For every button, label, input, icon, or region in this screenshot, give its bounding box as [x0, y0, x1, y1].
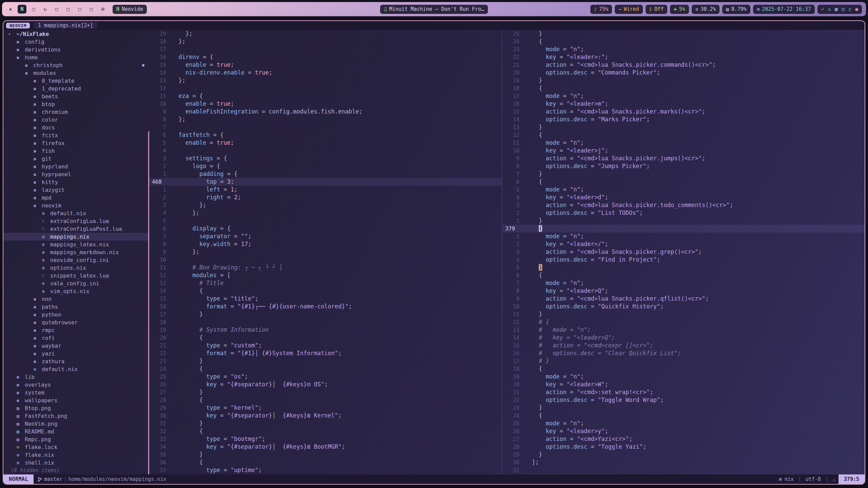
code-line[interactable]: 35 }: [149, 451, 502, 459]
bluetooth-module[interactable]: ᛒOff: [646, 5, 668, 14]
code-line[interactable]: 22 options.desc = "Toggle Word Wrap";: [502, 396, 865, 404]
code-line[interactable]: 4 };: [149, 209, 502, 217]
code-line[interactable]: 1 left = 1;: [149, 186, 502, 194]
memory-module[interactable]: ▤8.79%: [722, 5, 750, 14]
tree-item-snippets-latex-lua[interactable]: ☾snippets_latex.lua: [3, 272, 149, 280]
code-line[interactable]: 9 action = "<cmd>lua Snacks.picker.qflis…: [502, 295, 865, 303]
power-saver-module[interactable]: ☘5%: [670, 5, 689, 14]
tree-item-fastfetch-png[interactable]: ▨FastFetch.png: [3, 412, 149, 420]
code-line[interactable]: 18 {: [502, 365, 865, 373]
code-line[interactable]: 11 eza = {: [149, 92, 502, 100]
code-line[interactable]: 36 {: [149, 459, 502, 466]
tree-item-fish[interactable]: ◼fish: [3, 147, 149, 155]
code-line[interactable]: 7 separator = "";: [149, 232, 502, 240]
code-line[interactable]: 7 }: [502, 170, 865, 178]
code-line[interactable]: 18: [149, 318, 502, 326]
tree-item-config[interactable]: ◼config: [3, 38, 149, 46]
code-line[interactable]: 13 # Title: [149, 279, 502, 287]
code-line[interactable]: 21 type = "custom";: [149, 342, 502, 349]
code-line[interactable]: 33 type = "bootmgr";: [149, 435, 502, 443]
tree-item-neovim[interactable]: ◼neovim: [3, 202, 149, 209]
editor-pane-right[interactable]: 25 }24 {23 mode = "n";22 key = "<leader>…: [502, 30, 865, 474]
code-line[interactable]: 7 mode = "n";: [502, 279, 865, 287]
tree-item-default-nix[interactable]: ⚙default.nix: [3, 209, 149, 217]
code-line[interactable]: 4: [149, 147, 502, 155]
code-line[interactable]: 13 }: [502, 123, 865, 131]
window-icon[interactable]: ◫: [842, 6, 845, 12]
tree-item-extraconfiglua-lua[interactable]: ☾extraConfigLua.lua: [3, 217, 149, 225]
code-line[interactable]: 8 };: [149, 116, 502, 123]
code-line[interactable]: 26 key = "<leader>y";: [502, 427, 865, 435]
code-line[interactable]: 22 format = "{#1}│ {#}System Information…: [149, 349, 502, 357]
code-line[interactable]: 16 key = "<leader>m";: [502, 100, 865, 108]
workspace-9[interactable]: ⊞: [98, 5, 107, 14]
code-line[interactable]: 19 }: [502, 77, 865, 84]
code-line[interactable]: 15 enable = true;: [149, 61, 502, 69]
code-line[interactable]: 16 direnv = {: [149, 53, 502, 61]
tree-item-flake-nix[interactable]: ⚙flake.nix: [3, 451, 149, 459]
code-line[interactable]: 9 };: [149, 248, 502, 256]
workspace-1[interactable]: ❖: [6, 5, 15, 14]
tree-item-neovide-config-ini[interactable]: ≡neovide_config.ini: [3, 256, 149, 264]
tree-item-firefox[interactable]: ◼firefox: [3, 139, 149, 147]
code-line[interactable]: 37 type = "uptime";: [149, 466, 502, 474]
code-line[interactable]: 21 action = "<cmd>:set wrap!<cr>";: [502, 388, 865, 396]
tree-item-1-deprecated[interactable]: ◼1_deprecated: [3, 85, 149, 93]
tree-item-rofi[interactable]: ◼rofi: [3, 334, 149, 342]
code-line[interactable]: 24 {: [502, 38, 865, 45]
editor-pane-left[interactable]: 19 };18 };1716 direnv = {15 enable = tru…: [149, 30, 502, 474]
code-line[interactable]: 15 type = "title";: [149, 295, 502, 303]
code-line[interactable]: 18 {: [502, 84, 865, 92]
tree-item-hyprland[interactable]: ◼hyprland: [3, 163, 149, 170]
code-line[interactable]: 1 mode = "n";: [502, 232, 865, 240]
tree-item-nixflake[interactable]: ▾~/NixFlake: [3, 30, 149, 38]
tree-item-system[interactable]: ◼system: [3, 389, 149, 396]
code-line[interactable]: 34 key = "{#separator}│ {#keys}≣ BootMGR…: [149, 443, 502, 451]
code-line[interactable]: 17 mode = "n";: [502, 92, 865, 100]
workspace-8[interactable]: ▢: [87, 5, 96, 14]
code-line[interactable]: 16 format = "{#1}┌── {#}{user-name-color…: [149, 303, 502, 310]
workspace-5[interactable]: ▢: [52, 5, 61, 14]
workspace-7[interactable]: ▢: [75, 5, 84, 14]
tree-item-options-nix[interactable]: ⚙options.nix: [3, 264, 149, 272]
code-line[interactable]: 10 options.desc = "Quickfix History";: [502, 303, 865, 310]
code-line[interactable]: 21 action = "<cmd>lua Snacks.picker.comm…: [502, 61, 865, 69]
tree-item-0-template[interactable]: ◼0_template: [3, 77, 149, 85]
code-line[interactable]: 1 padding = {: [149, 170, 502, 178]
code-line[interactable]: 14 options.desc = "Marks Picker";: [502, 116, 865, 123]
tree-item-lazygit[interactable]: ◼lazygit: [3, 186, 149, 194]
code-line[interactable]: 12: [149, 84, 502, 92]
code-line[interactable]: 25 mode = "n";: [502, 420, 865, 427]
workspace-4[interactable]: ↻: [41, 5, 50, 14]
code-line[interactable]: 2 logo = {: [149, 162, 502, 170]
code-line[interactable]: 19 mode = "n";: [502, 373, 865, 381]
tree-item-mappings-latex-nix[interactable]: ⚙mappings_latex.nix: [3, 241, 149, 248]
code-line[interactable]: 29 type = "kernel";: [149, 404, 502, 412]
code-line[interactable]: 10: [149, 256, 502, 264]
grid-icon[interactable]: ▦: [835, 6, 838, 12]
cpu-module[interactable]: ⊙30.2%: [692, 5, 720, 14]
code-line[interactable]: 8 key = "<leader>Q";: [502, 287, 865, 295]
code-line[interactable]: 6 {: [502, 271, 865, 279]
code-line[interactable]: 27 action = "<cmd>Yazi<cr>";: [502, 435, 865, 443]
code-line[interactable]: 11 }: [502, 310, 865, 318]
code-line[interactable]: 19 # System Information: [149, 326, 502, 334]
volume-module[interactable]: ♪75%: [590, 5, 612, 14]
code-line[interactable]: 23 }: [502, 404, 865, 412]
code-line[interactable]: 6 fastfetch = {: [149, 131, 502, 139]
workspace-2[interactable]: N: [18, 5, 26, 14]
code-line[interactable]: 14 nix-direnv.enable = true;: [149, 69, 502, 77]
tree-item-overlays[interactable]: ◼overlays: [3, 381, 149, 389]
code-line[interactable]: 2 right = 2;: [149, 194, 502, 201]
tree-item-rmpc-png[interactable]: ▨Rmpc.png: [3, 435, 149, 443]
code-line[interactable]: 20 key = "<leader>W";: [502, 381, 865, 388]
media-pill[interactable]: ♫ Minuit Machine – Don't Run Fro…: [380, 5, 488, 14]
code-line[interactable]: 19 };: [149, 30, 502, 38]
tab-mappings-nix[interactable]: 1 mappings.nix[2+]: [34, 22, 97, 29]
code-line[interactable]: 31: [502, 466, 865, 474]
tree-item-readme-md[interactable]: ▤README.md: [3, 428, 149, 435]
code-line[interactable]: 11 # Box Drawing: ┌ ─ ┐ └ ┘ │: [149, 264, 502, 271]
tree-item-vale-config-ini[interactable]: ≡vale_config.ini: [3, 280, 149, 287]
code-line[interactable]: 14 # key = "<leader>Q";: [502, 334, 865, 342]
tree-item-python[interactable]: ◼python: [3, 311, 149, 319]
